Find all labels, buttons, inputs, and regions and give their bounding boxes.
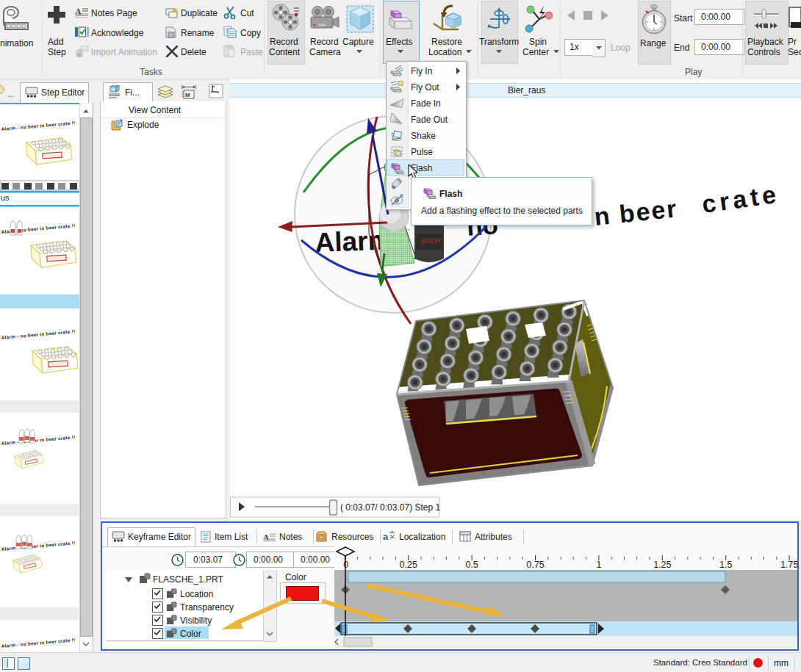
svg-text:1.5: 1.5 [719,560,732,570]
svg-text:1.75: 1.75 [780,560,797,570]
svg-text:( 0:03.07/ 0:03.07) Step 1: ( 0:03.07/ 0:03.07) Step 1 [340,502,440,513]
svg-text:1.25: 1.25 [653,560,671,570]
svg-text:A: A [263,532,269,541]
svg-text:us: us [1,193,10,202]
svg-text:0.75: 0.75 [526,560,544,570]
svg-text:BREW: BREW [420,236,441,245]
svg-text:n beer: n beer [593,194,679,231]
svg-text:M: M [185,92,190,98]
svg-text:crate: crate [700,180,782,218]
svg-text:a: a [383,531,389,542]
svg-text:0.5: 0.5 [465,560,478,570]
svg-text:0.25: 0.25 [400,560,417,570]
svg-text:A: A [75,7,82,17]
svg-text:1: 1 [596,560,601,570]
